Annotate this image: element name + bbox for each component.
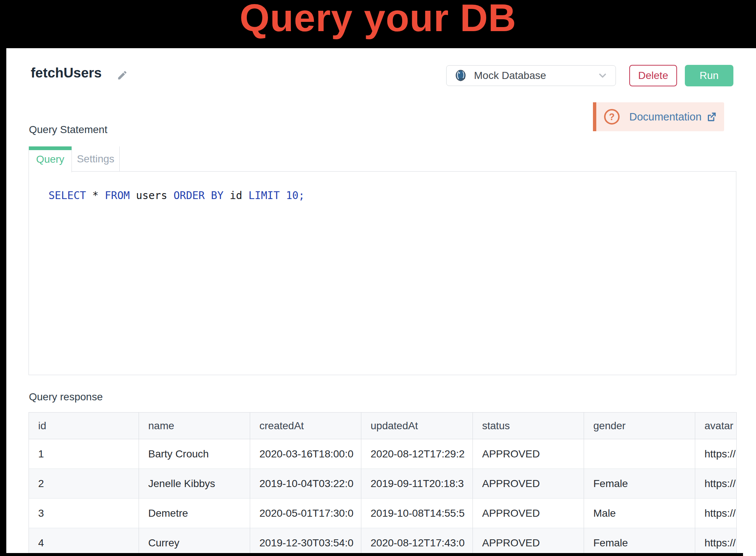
sql-token: id <box>223 189 248 202</box>
question-mark-circle-icon: ? <box>604 109 620 125</box>
external-link-icon <box>706 111 717 122</box>
chevron-down-icon <box>597 70 608 81</box>
cell-updatedAt: 2019-10-08T14:55:5 <box>361 499 473 528</box>
query-statement-label: Query Statement <box>29 124 107 136</box>
sql-code-line: SELECT * FROM users ORDER BY id LIMIT 10… <box>49 189 305 202</box>
cell-avatar: https:// <box>695 528 737 553</box>
cell-id: 2 <box>29 469 139 499</box>
cell-createdAt: 2019-12-30T03:54:0 <box>250 528 361 553</box>
cell-updatedAt: 2020-08-12T17:29:2 <box>361 439 473 469</box>
column-header-avatar: avatar <box>695 413 737 439</box>
cell-updatedAt: 2019-09-11T20:18:3 <box>361 469 473 499</box>
cell-createdAt: 2020-05-01T17:30:0 <box>250 499 361 528</box>
tab-settings-label: Settings <box>77 153 114 165</box>
sql-token: FROM <box>105 189 130 202</box>
cell-id: 3 <box>29 499 139 528</box>
query-response-label: Query response <box>29 391 103 403</box>
column-header-status: status <box>473 413 584 439</box>
table-row: 1 Barty Crouch 2020-03-16T18:00:0 2020-0… <box>29 439 737 469</box>
cell-gender: Female <box>584 469 695 499</box>
app-panel: fetchUsers Mock Database Delete Run <box>6 48 756 553</box>
sql-token: 10; <box>280 189 305 202</box>
query-response-table: id name createdAt updatedAt status gende… <box>29 412 737 553</box>
cell-name: Barty Crouch <box>139 439 250 469</box>
query-name-title: fetchUsers <box>31 65 102 81</box>
column-header-gender: gender <box>584 413 695 439</box>
sql-token: SELECT <box>49 189 86 202</box>
cell-gender: Male <box>584 499 695 528</box>
cell-gender <box>584 439 695 469</box>
tab-settings[interactable]: Settings <box>72 146 120 171</box>
bottom-right-corner <box>743 553 756 556</box>
cell-gender: Female <box>584 528 695 553</box>
tab-query[interactable]: Query <box>29 146 72 172</box>
cell-id: 1 <box>29 439 139 469</box>
documentation-link[interactable]: ? Documentation <box>593 102 724 131</box>
cell-avatar: https:// <box>695 439 737 469</box>
cell-id: 4 <box>29 528 139 553</box>
cell-status: APPROVED <box>473 499 584 528</box>
table-row: 3 Demetre 2020-05-01T17:30:0 2019-10-08T… <box>29 499 737 528</box>
cell-createdAt: 2019-10-04T03:22:0 <box>250 469 361 499</box>
column-header-createdAt: createdAt <box>250 413 361 439</box>
documentation-label: Documentation <box>629 111 702 123</box>
sql-token: ORDER BY <box>173 189 223 202</box>
page-title: Query your DB <box>0 0 756 39</box>
column-header-updatedAt: updatedAt <box>361 413 473 439</box>
sql-token: LIMIT <box>248 189 279 202</box>
cell-status: APPROVED <box>473 469 584 499</box>
doc-accent-bar <box>593 102 596 131</box>
tab-query-label: Query <box>36 153 64 165</box>
active-tab-indicator <box>29 146 72 150</box>
cell-status: APPROVED <box>473 439 584 469</box>
table-row: 4 Currey 2019-12-30T03:54:0 2020-08-12T1… <box>29 528 737 553</box>
cell-name: Jenelle Kibbys <box>139 469 250 499</box>
delete-button[interactable]: Delete <box>629 65 677 86</box>
database-selector-value: Mock Database <box>474 70 546 82</box>
database-selector[interactable]: Mock Database <box>446 65 616 86</box>
cell-createdAt: 2020-03-16T18:00:0 <box>250 439 361 469</box>
run-button[interactable]: Run <box>685 65 733 86</box>
table-header-row: id name createdAt updatedAt status gende… <box>29 412 737 439</box>
cell-avatar: https:// <box>695 469 737 499</box>
cell-avatar: https:// <box>695 499 737 528</box>
column-header-id: id <box>29 413 139 439</box>
cell-updatedAt: 2020-08-12T17:43:0 <box>361 528 473 553</box>
cell-status: APPROVED <box>473 528 584 553</box>
postgresql-elephant-icon <box>454 69 467 82</box>
cell-name: Demetre <box>139 499 250 528</box>
sql-token: * <box>86 189 105 202</box>
cell-name: Currey <box>139 528 250 553</box>
sql-token: users <box>130 189 173 202</box>
sql-editor[interactable]: SELECT * FROM users ORDER BY id LIMIT 10… <box>29 171 736 375</box>
table-row: 2 Jenelle Kibbys 2019-10-04T03:22:0 2019… <box>29 469 737 499</box>
column-header-name: name <box>139 413 250 439</box>
edit-pencil-icon[interactable] <box>117 70 128 81</box>
